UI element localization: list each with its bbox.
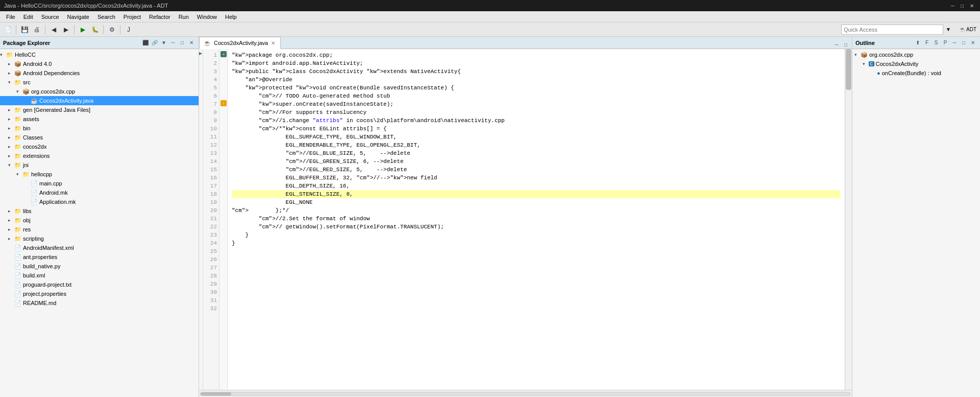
menu-file[interactable]: File <box>2 13 19 21</box>
tree-item-android_mk[interactable]: 📄Android.mk <box>0 188 199 197</box>
view-menu-button[interactable]: ▼ <box>160 39 168 47</box>
tree-arrow-hellocpp[interactable]: ▾ <box>16 172 22 177</box>
link-editor-button[interactable]: 🔗 <box>151 39 159 47</box>
outline-hide-fields-button[interactable]: F <box>923 39 931 47</box>
outline-maximize-button[interactable]: □ <box>960 39 968 47</box>
outline-arrow-cls_cocos2dx[interactable]: ▾ <box>863 61 869 66</box>
tree-arrow-cocos2dx[interactable]: ▸ <box>8 144 14 149</box>
scrollbar-thumb-h[interactable] <box>201 392 231 395</box>
tree-arrow-scripting[interactable]: ▸ <box>8 236 14 241</box>
code-content[interactable]: "kw">package org.cocos2dx.cpp;"kw">impor… <box>228 49 845 390</box>
tree-arrow-bin[interactable]: ▸ <box>8 126 14 131</box>
tree-item-cocos2dxactivity_java[interactable]: ☕Cocos2dxActivity.java <box>0 96 199 105</box>
toolbar-settings-button[interactable]: ⚙ <box>106 24 117 35</box>
menu-project[interactable]: Project <box>119 13 145 21</box>
maximize-button[interactable]: □ <box>959 3 966 9</box>
editor-horizontal-scrollbar[interactable] <box>199 390 852 397</box>
tree-arrow-jni[interactable]: ▾ <box>8 162 14 168</box>
tree-item-gen[interactable]: ▸📁gen [Generated Java Files] <box>0 105 199 114</box>
outline-item-method_oncreate[interactable]: ●onCreate(Bundle) : void <box>852 68 980 78</box>
outline-hide-nonpublic-button[interactable]: P <box>941 39 949 47</box>
tree-arrow-hellocc[interactable]: ▾ <box>0 52 6 57</box>
outline-item-pkg_cocos2dx[interactable]: ▾📦org.cocos2dx.cpp <box>852 50 980 59</box>
tree-arrow-obj[interactable]: ▸ <box>8 218 14 223</box>
toolbar-run-button[interactable]: ▶ <box>77 24 88 35</box>
close-panel-button[interactable]: ✕ <box>187 39 195 47</box>
outline-hide-static-button[interactable]: S <box>932 39 940 47</box>
outline-collapse-button[interactable]: ─ <box>950 39 959 47</box>
outline-sort-button[interactable]: ⬆ <box>914 39 922 47</box>
outline-arrow-pkg_cocos2dx[interactable]: ▾ <box>854 52 861 57</box>
tree-item-hellocpp[interactable]: ▾📁hellocpp <box>0 170 199 179</box>
editor-tab-active[interactable]: ☕ Cocos2dxActivity.java ✕ <box>199 37 281 49</box>
tree-arrow-classes[interactable]: ▸ <box>8 135 14 140</box>
editor-maximize-button[interactable]: □ <box>842 40 850 49</box>
editor-vertical-scrollbar[interactable] <box>845 49 852 390</box>
tree-arrow-libs[interactable]: ▸ <box>8 208 14 214</box>
scrollbar-thumb[interactable] <box>846 49 851 90</box>
tree-arrow-org_cocos2dx_cpp[interactable]: ▾ <box>16 89 22 94</box>
outline-item-cls_cocos2dx[interactable]: ▾CCocos2dxActivity <box>852 59 980 68</box>
toolbar-java-perspective[interactable]: J <box>123 24 134 35</box>
minimize-button[interactable]: ─ <box>949 3 957 9</box>
tree-arrow-src[interactable]: ▾ <box>8 80 14 85</box>
tree-item-src[interactable]: ▾📁src <box>0 78 199 87</box>
menu-navigate[interactable]: Navigate <box>63 13 93 21</box>
tree-arrow-android40[interactable]: ▸ <box>8 61 14 66</box>
tree-item-build_native[interactable]: 📄build_native.py <box>0 262 199 271</box>
menu-source[interactable]: Source <box>37 13 63 21</box>
tree-item-androiddeps[interactable]: ▸📦Android Dependencies <box>0 68 199 78</box>
tree-item-build_xml[interactable]: 📄build.xml <box>0 271 199 280</box>
tree-item-org_cocos2dx_cpp[interactable]: ▾📦org.cocos2dx.cpp <box>0 87 199 96</box>
close-button[interactable]: ✕ <box>968 3 976 9</box>
tree-item-classes[interactable]: ▸📁Classes <box>0 133 199 142</box>
tree-item-ant_properties[interactable]: 📄ant.properties <box>0 252 199 262</box>
tree-item-extensions[interactable]: ▸📁extensions <box>0 151 199 160</box>
tree-label-res: res <box>23 226 31 232</box>
menu-window[interactable]: Window <box>193 13 221 21</box>
tree-item-readme[interactable]: 📄README.md <box>0 298 199 308</box>
menu-refactor[interactable]: Refactor <box>145 13 175 21</box>
toolbar-save-button[interactable]: 💾 <box>19 24 30 35</box>
tree-arrow-res[interactable]: ▸ <box>8 227 14 232</box>
tree-arrow-gen[interactable]: ▸ <box>8 107 14 112</box>
quick-access-button[interactable]: ▼ <box>943 25 953 35</box>
toolbar-debug-button[interactable]: 🐛 <box>89 24 101 35</box>
editor-minimize-button[interactable]: ─ <box>832 40 841 49</box>
menu-help[interactable]: Help <box>221 13 241 21</box>
tree-arrow-assets[interactable]: ▸ <box>8 116 14 122</box>
tree-item-androidmanifest[interactable]: 📄AndroidManifest.xml <box>0 243 199 252</box>
tree-item-android40[interactable]: ▸📦Android 4.0 <box>0 59 199 68</box>
collapse-all-button[interactable]: ⬛ <box>141 39 150 47</box>
tree-item-assets[interactable]: ▸📁assets <box>0 114 199 124</box>
toolbar-back-button[interactable]: ◀ <box>48 24 59 35</box>
tree-item-application_mk[interactable]: 📄Application.mk <box>0 197 199 206</box>
menu-search[interactable]: Search <box>93 13 119 21</box>
menu-run[interactable]: Run <box>175 13 193 21</box>
scrollbar-track[interactable] <box>200 392 851 396</box>
quick-access-input[interactable] <box>841 25 943 35</box>
tree-item-bin[interactable]: ▸📁bin <box>0 124 199 133</box>
tree-icon-proguard: 📄 <box>14 282 21 288</box>
menu-edit[interactable]: Edit <box>19 13 37 21</box>
toolbar-new-button[interactable]: 📄 <box>2 24 13 35</box>
tree-item-cocos2dx[interactable]: ▸📁cocos2dx <box>0 142 199 151</box>
tree-item-libs[interactable]: ▸📁libs <box>0 206 199 216</box>
tree-item-main_cpp[interactable]: 📄main.cpp <box>0 179 199 188</box>
open-perspective-button[interactable]: ☕ ADT <box>958 25 978 35</box>
tree-item-proguard[interactable]: 📄proguard-project.txt <box>0 280 199 289</box>
toolbar-forward-button[interactable]: ▶ <box>60 24 71 35</box>
tree-item-obj[interactable]: ▸📁obj <box>0 216 199 225</box>
outline-close-button[interactable]: ✕ <box>969 39 977 47</box>
minimize-panel-button[interactable]: ─ <box>169 39 177 47</box>
tree-item-res[interactable]: ▸📁res <box>0 225 199 234</box>
tree-item-hellocc[interactable]: ▾📁HelloCC <box>0 50 199 59</box>
tree-arrow-androiddeps[interactable]: ▸ <box>8 71 14 76</box>
toolbar-print-button[interactable]: 🖨 <box>31 24 42 35</box>
tree-item-project_properties[interactable]: 📄project.properties <box>0 289 199 298</box>
maximize-panel-button[interactable]: □ <box>178 39 186 47</box>
tree-item-scripting[interactable]: ▸📁scripting <box>0 234 199 243</box>
editor-tab-close[interactable]: ✕ <box>271 40 275 46</box>
tree-item-jni[interactable]: ▾📁jni <box>0 160 199 170</box>
tree-arrow-extensions[interactable]: ▸ <box>8 153 14 158</box>
